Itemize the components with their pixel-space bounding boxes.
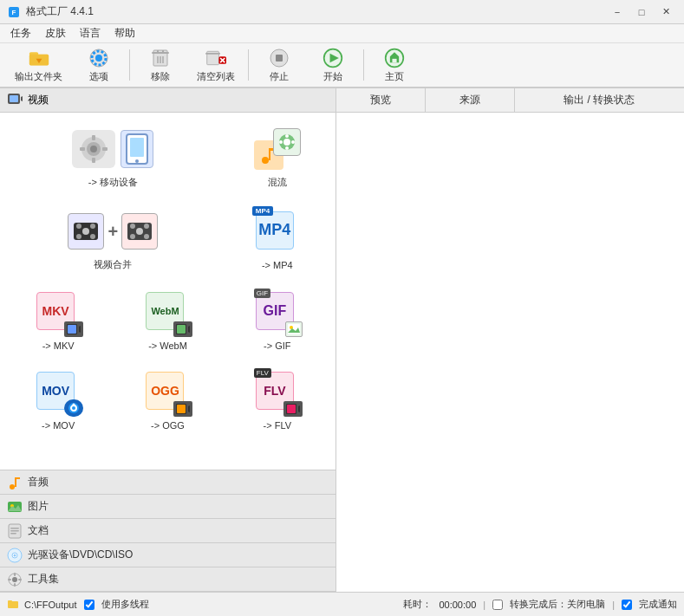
format-ogg[interactable]: OGG -> O bbox=[113, 360, 222, 440]
video-label: 视频 bbox=[28, 93, 49, 107]
webm-icon: WebM bbox=[141, 290, 193, 337]
options-button[interactable]: 选项 bbox=[74, 46, 124, 84]
output-folder-icon-small bbox=[7, 599, 19, 611]
video-icon bbox=[7, 91, 23, 109]
format-webm[interactable]: WebM -> bbox=[113, 281, 222, 360]
category-document[interactable]: 文档 bbox=[0, 519, 335, 543]
stop-button[interactable]: 停止 bbox=[254, 46, 304, 84]
mp4-label: -> MP4 bbox=[262, 260, 293, 270]
svg-rect-30 bbox=[10, 95, 18, 102]
start-icon bbox=[322, 48, 343, 68]
svg-rect-35 bbox=[92, 158, 95, 163]
output-path-item: C:\FFOutput bbox=[7, 599, 77, 611]
format-mkv[interactable]: MKV bbox=[3, 281, 113, 360]
category-tools[interactable]: 工具集 bbox=[0, 567, 335, 592]
col-status: 输出 / 转换状态 bbox=[515, 88, 685, 112]
svg-marker-29 bbox=[21, 96, 23, 101]
remove-button[interactable]: 移除 bbox=[135, 46, 186, 84]
menu-language[interactable]: 语言 bbox=[73, 24, 107, 42]
home-icon bbox=[384, 48, 405, 68]
menu-bar: 任务 皮肤 语言 帮助 bbox=[0, 24, 684, 43]
output-folder-button[interactable]: 输出文件夹 bbox=[7, 46, 70, 84]
stop-label: 停止 bbox=[270, 70, 289, 83]
svg-point-49 bbox=[291, 140, 295, 144]
svg-rect-64 bbox=[68, 325, 76, 334]
svg-point-47 bbox=[285, 146, 289, 150]
svg-point-40 bbox=[135, 159, 139, 163]
category-audio[interactable]: 音频 bbox=[0, 470, 335, 495]
categories-bottom: 音频 图片 bbox=[0, 470, 335, 592]
format-mobile[interactable]: -> 移动设备 bbox=[3, 116, 223, 198]
svg-rect-37 bbox=[102, 147, 107, 151]
svg-point-59 bbox=[130, 234, 135, 239]
minimize-button[interactable]: − bbox=[606, 3, 629, 21]
svg-point-58 bbox=[144, 224, 149, 229]
svg-point-80 bbox=[10, 484, 15, 490]
video-section-header[interactable]: 视频 bbox=[0, 88, 335, 113]
svg-rect-27 bbox=[392, 58, 396, 62]
multithread-checkbox[interactable] bbox=[84, 600, 94, 610]
svg-rect-95 bbox=[14, 573, 16, 576]
app-icon: F bbox=[7, 5, 21, 19]
remove-label: 移除 bbox=[151, 70, 170, 83]
col-preview: 预览 bbox=[336, 88, 426, 112]
svg-point-45 bbox=[283, 139, 290, 146]
format-gif[interactable]: GIF GIF bbox=[223, 281, 332, 360]
svg-point-61 bbox=[136, 228, 143, 235]
flv-icon: FLV FLV bbox=[251, 370, 303, 417]
svg-point-51 bbox=[76, 224, 81, 229]
format-mp4[interactable]: MP4 MP4 -> MP4 bbox=[223, 198, 332, 281]
menu-help[interactable]: 帮助 bbox=[107, 24, 142, 42]
format-merge[interactable]: + bbox=[3, 198, 223, 281]
notify-checkbox[interactable] bbox=[622, 600, 632, 610]
menu-task[interactable]: 任务 bbox=[3, 24, 38, 42]
toolbar-divider-2 bbox=[248, 49, 249, 81]
close-button[interactable]: ✕ bbox=[655, 3, 677, 21]
home-button[interactable]: 主页 bbox=[369, 46, 420, 84]
image-label: 图片 bbox=[28, 499, 49, 514]
format-flv[interactable]: FLV FLV bbox=[223, 360, 332, 440]
gif-icon: GIF GIF bbox=[251, 290, 303, 337]
category-image[interactable]: 图片 bbox=[0, 495, 335, 519]
tools-icon bbox=[7, 572, 23, 587]
svg-point-46 bbox=[285, 134, 289, 138]
after-convert-checkbox[interactable] bbox=[492, 600, 503, 610]
right-content-area bbox=[336, 113, 684, 592]
gif-label: -> GIF bbox=[264, 340, 290, 351]
svg-rect-79 bbox=[287, 405, 296, 413]
stop-icon bbox=[269, 48, 290, 68]
svg-text:F: F bbox=[12, 9, 16, 16]
format-mov[interactable]: MOV bbox=[3, 360, 113, 440]
col-source: 来源 bbox=[426, 88, 515, 112]
flv-label: -> FLV bbox=[264, 420, 292, 431]
svg-point-7 bbox=[95, 55, 102, 62]
maximize-button[interactable]: □ bbox=[630, 3, 653, 21]
svg-rect-34 bbox=[92, 135, 95, 140]
start-button[interactable]: 开始 bbox=[308, 46, 358, 84]
mkv-label: -> MKV bbox=[42, 340, 75, 351]
mp4-icon: MP4 MP4 bbox=[251, 210, 303, 256]
after-convert-label: 转换完成后：关闭电脑 bbox=[510, 598, 605, 611]
folder-icon bbox=[29, 48, 49, 68]
audio-label: 音频 bbox=[28, 475, 49, 490]
svg-rect-87 bbox=[10, 528, 19, 529]
category-optical[interactable]: 光驱设备\DVD\CD\ISO bbox=[0, 543, 335, 567]
mkv-icon: MKV bbox=[32, 290, 84, 337]
format-mixflow[interactable]: 混流 bbox=[223, 116, 332, 198]
svg-rect-10 bbox=[152, 52, 169, 54]
svg-rect-36 bbox=[80, 147, 85, 151]
menu-skin[interactable]: 皮肤 bbox=[38, 24, 73, 42]
clear-list-button[interactable]: 清空列表 bbox=[189, 46, 243, 84]
svg-point-54 bbox=[90, 234, 95, 239]
svg-rect-98 bbox=[18, 579, 22, 580]
notify-label: 完成通知 bbox=[639, 598, 677, 611]
merge-label: 视频合并 bbox=[94, 258, 132, 271]
webm-label: -> WebM bbox=[148, 340, 187, 351]
mobile-icon bbox=[69, 126, 156, 172]
status-bar: C:\FFOutput 使用多线程 耗时： 00:00:00 | 转换完成后：关… bbox=[0, 592, 684, 616]
svg-point-33 bbox=[90, 146, 97, 152]
remove-icon bbox=[150, 48, 171, 68]
svg-rect-76 bbox=[177, 405, 186, 413]
left-panel: 视频 bbox=[0, 88, 336, 592]
music-icon bbox=[7, 475, 23, 490]
